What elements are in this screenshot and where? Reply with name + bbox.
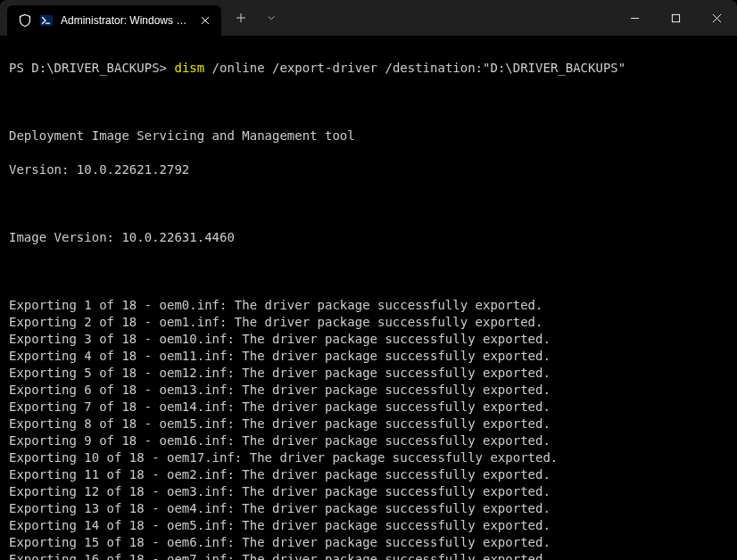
shield-icon (18, 13, 32, 28)
export-line: Exporting 4 of 18 - oem11.inf: The drive… (9, 348, 728, 365)
export-line: Exporting 9 of 18 - oem16.inf: The drive… (9, 432, 728, 449)
tab-close-button[interactable] (198, 13, 212, 28)
export-line: Exporting 3 of 18 - oem10.inf: The drive… (9, 331, 728, 348)
terminal-output[interactable]: PS D:\DRIVER_BACKUPS> dism /online /expo… (0, 36, 737, 560)
tool-header: Deployment Image Servicing and Managemen… (9, 128, 728, 144)
export-line: Exporting 6 of 18 - oem13.inf: The drive… (9, 382, 728, 399)
blank-line (9, 195, 728, 212)
export-line: Exporting 11 of 18 - oem2.inf: The drive… (9, 466, 728, 483)
export-line: Exporting 12 of 18 - oem3.inf: The drive… (9, 483, 728, 500)
command-line: PS D:\DRIVER_BACKUPS> dism /online /expo… (9, 60, 728, 77)
titlebar: Administrator: Windows Powe (0, 0, 737, 36)
export-lines-block: Exporting 1 of 18 - oem0.inf: The driver… (9, 297, 728, 560)
close-button[interactable] (696, 0, 737, 36)
export-line: Exporting 7 of 18 - oem14.inf: The drive… (9, 399, 728, 416)
export-line: Exporting 2 of 18 - oem1.inf: The driver… (9, 314, 728, 331)
powershell-icon (39, 13, 54, 28)
export-line: Exporting 5 of 18 - oem12.inf: The drive… (9, 365, 728, 382)
export-line: Exporting 15 of 18 - oem6.inf: The drive… (9, 534, 728, 551)
export-line: Exporting 16 of 18 - oem7.inf: The drive… (9, 551, 728, 560)
svg-rect-7 (672, 14, 679, 21)
prompt-path: PS D:\DRIVER_BACKUPS> (9, 61, 167, 75)
tab-dropdown-button[interactable] (257, 4, 286, 32)
export-line: Exporting 1 of 18 - oem0.inf: The driver… (9, 297, 728, 314)
svg-rect-0 (40, 15, 53, 26)
tab-lead (0, 0, 7, 36)
tab-title: Administrator: Windows Powe (61, 14, 191, 27)
export-line: Exporting 13 of 18 - oem4.inf: The drive… (9, 500, 728, 517)
image-version-line: Image Version: 10.0.22631.4460 (9, 229, 728, 246)
command-args: /online /export-driver /destination:"D:\… (212, 61, 626, 75)
export-line: Exporting 10 of 18 - oem17.inf: The driv… (9, 449, 728, 466)
maximize-button[interactable] (655, 0, 696, 36)
window-controls (614, 0, 737, 36)
tab-actions (221, 0, 286, 36)
export-line: Exporting 14 of 18 - oem5.inf: The drive… (9, 517, 728, 534)
minimize-button[interactable] (614, 0, 655, 36)
blank-line (9, 94, 728, 111)
export-line: Exporting 8 of 18 - oem15.inf: The drive… (9, 416, 728, 432)
titlebar-spacer[interactable] (286, 0, 614, 36)
blank-line (9, 263, 728, 280)
new-tab-button[interactable] (227, 4, 255, 32)
command-name: dism (174, 61, 204, 75)
version-line: Version: 10.0.22621.2792 (9, 161, 728, 178)
active-tab[interactable]: Administrator: Windows Powe (7, 5, 221, 36)
